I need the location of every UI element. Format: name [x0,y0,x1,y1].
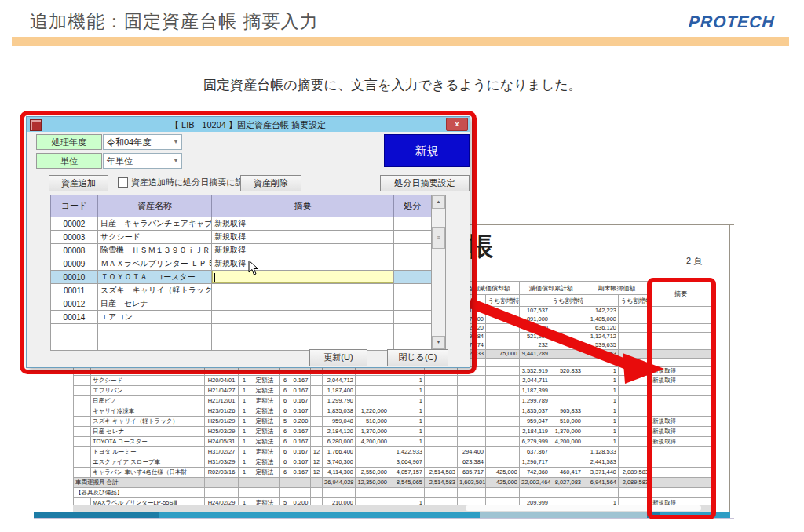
scroll-up-icon[interactable]: ▲ [432,195,445,209]
disposal-cell[interactable] [394,271,432,284]
dialog-table-row[interactable]: 00012日産 セレナ [51,297,432,311]
report-cell: 定額法 [250,417,280,427]
disposal-cell[interactable] [394,324,432,337]
dialog-table-row[interactable]: 00008除雪機 ＨＳＭ１３９０ｉＪＲ新規取得 [51,244,432,257]
report-cell: 1,603,501 [458,478,486,488]
memo-cell[interactable]: 新規取得 [212,257,394,271]
report-cell: 1,299,789 [520,396,550,406]
delete-asset-button[interactable]: 資産削除 [240,175,302,191]
report-cell: 12,350,000 [356,478,389,488]
report-cell [280,488,291,498]
asset-code-cell[interactable]: 00009 [51,257,98,271]
dialog-table-row[interactable]: 00002日産 キャラバンチェアキャブ新規取得 [51,217,432,231]
disposal-date-memo-button[interactable]: 処分日摘要設定 [380,175,470,191]
memo-cell[interactable] [212,324,394,337]
unit-label: 単位 [36,153,102,169]
memo-cell[interactable]: 新規取得 [212,244,394,257]
dialog-table-row[interactable]: 00014エアコン [51,311,432,324]
report-cell: 0.167 [291,427,311,437]
report-row: キャリイ冷凍車H23/01/261定額法60.1671,835,0381,220… [74,406,711,417]
horizontal-scrollbar[interactable] [73,505,711,512]
dialog-table-row[interactable] [51,324,432,337]
close-icon[interactable]: x [446,118,468,131]
report-cell: 1 [239,427,250,437]
col-asset-name: 資産名称 [98,195,212,217]
report-cell [458,406,486,417]
report-cell: H20/04/01 [205,376,239,386]
asset-code-cell[interactable] [51,337,98,351]
report-cell [486,417,520,427]
fiscal-year-select[interactable]: 令和04年度 ▼ [103,134,182,150]
asset-code-cell[interactable]: 00012 [51,297,98,311]
disposal-date-checkbox[interactable] [118,177,128,188]
asset-name-cell[interactable]: 日産 キャラバンチェアキャブ [98,217,212,231]
asset-name-cell[interactable]: スズキ キャリイ（軽トラック） [98,284,212,297]
dialog-table-row[interactable]: 00003サクシード新規取得 [51,231,432,244]
report-cell [425,437,458,447]
disposal-cell[interactable] [394,337,432,351]
dialog-table-row[interactable] [51,337,432,351]
report-cell [205,478,239,488]
disposal-cell[interactable] [394,311,432,324]
asset-name-cell[interactable]: サクシード [98,231,212,244]
asset-name-cell[interactable]: 除雪機 ＨＳＭ１３９０ｉＪＲ [98,244,212,257]
report-cell: 定額法 [250,447,280,457]
disposal-cell[interactable] [394,231,432,244]
asset-code-cell[interactable]: 00003 [51,231,98,244]
scroll-down-icon[interactable]: ▼ [432,336,445,349]
unit-select[interactable]: 年単位 ▼ [103,153,182,169]
report-cell: 425,000 [486,468,520,478]
vertical-scrollbar[interactable]: ▲ ≡ ▼ [431,195,446,350]
report-cell: エスクァイア スロープ車 [91,457,205,468]
asset-name-cell[interactable]: エアコン [98,311,212,324]
memo-cell[interactable]: 新規取得 [212,231,394,244]
report-cell: 6 [280,447,291,457]
dialog-table-row[interactable]: 00011スズキ キャリイ（軽トラック） [51,284,432,297]
report-cell [389,488,425,498]
asset-code-cell[interactable] [51,324,98,337]
memo-cell[interactable]: 新規取得 [212,217,394,231]
disposal-cell[interactable] [394,284,432,297]
report-cell: 3,371,440 [583,468,619,478]
disposal-cell[interactable] [394,297,432,311]
asset-name-cell[interactable]: ＴＯＹＯＴＡ コースター [98,271,212,284]
asset-code-cell[interactable]: 00002 [51,217,98,231]
report-cell: 8,545,065 [389,478,425,488]
report-cell: 1 [239,468,250,478]
close-button[interactable]: 閉じる(C) [387,349,448,366]
report-cell: 6 [280,376,291,386]
asset-code-cell[interactable]: 00008 [51,244,98,257]
report-cell: 8,027,083 [550,478,583,488]
add-asset-button[interactable]: 資産追加 [49,175,108,191]
memo-cell[interactable] [212,311,394,324]
memo-cell[interactable] [212,284,394,297]
report-cell [619,457,651,468]
disposal-cell[interactable] [394,257,432,271]
memo-input[interactable] [212,271,394,284]
memo-cell[interactable] [212,297,394,311]
dialog-titlebar[interactable]: 【 LIB - 10204 】固定資産台帳 摘要設定 x [27,117,470,132]
memo-cell[interactable] [212,337,394,351]
asset-name-cell[interactable] [98,324,212,337]
update-button[interactable]: 更新(U) [309,349,367,366]
report-cell: 1,220,000 [356,406,389,417]
report-cell: 日産 セレナ [91,427,205,437]
new-button[interactable]: 新規 [384,134,470,167]
disposal-cell[interactable] [394,217,432,231]
asset-name-cell[interactable]: 日産 セレナ [98,297,212,311]
report-cell: 2,441,583 [583,457,619,468]
report-cell: 1 [239,406,250,417]
dialog-table-row[interactable]: 00009ＭＡＸラベルプリンター-ＬＰ-5新規取得 [51,257,432,271]
disposal-date-checkbox-label: 資産追加時に処分日摘要に設定 [131,177,253,188]
asset-code-cell[interactable]: 00011 [51,284,98,297]
asset-code-cell[interactable]: 00014 [51,311,98,324]
asset-name-cell[interactable]: ＭＡＸラベルプリンター-ＬＰ-5 [98,257,212,271]
vertical-scrollbar-thumb[interactable]: ≡ [432,227,445,249]
asset-code-cell[interactable]: 00010 [51,271,98,284]
dialog-table-row[interactable]: 00010ＴＯＹＯＴＡ コースター [51,271,432,284]
report-cell: 車両運搬具 合計 [74,478,205,488]
asset-name-cell[interactable] [98,337,212,351]
report-cell [74,427,91,437]
disposal-cell[interactable] [394,244,432,257]
report-cell [74,447,91,457]
